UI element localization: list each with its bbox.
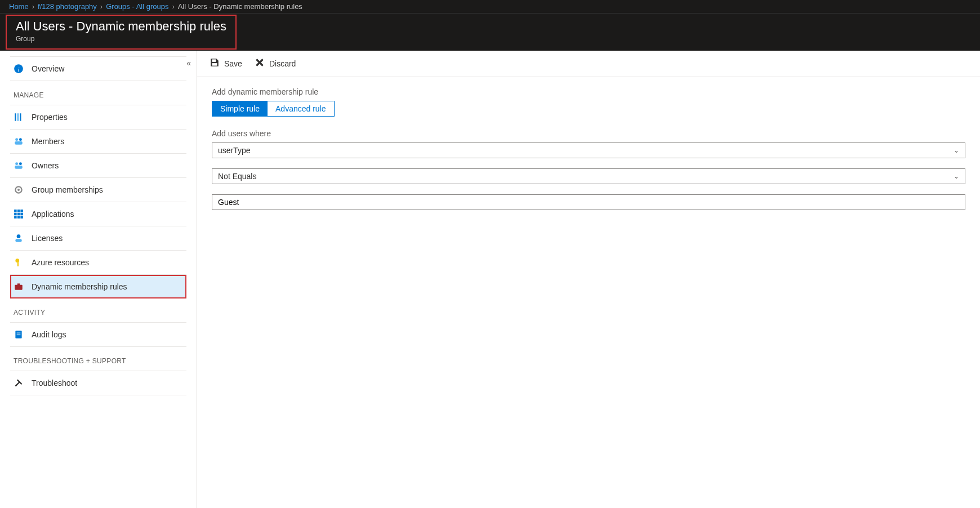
operator-value: Not Equals	[218, 172, 256, 181]
members-icon	[14, 136, 24, 146]
page-title-block: All Users - Dynamic membership rules Gro…	[6, 15, 237, 50]
page-subtitle: Group	[16, 35, 226, 43]
key-icon	[14, 257, 24, 268]
svg-rect-16	[14, 213, 17, 216]
tab-advanced-rule[interactable]: Advanced rule	[268, 101, 334, 116]
svg-rect-14	[17, 210, 20, 212]
svg-rect-19	[14, 216, 17, 219]
wrench-icon	[14, 378, 24, 388]
owners-icon	[14, 161, 24, 171]
svg-point-5	[15, 138, 18, 141]
svg-point-9	[19, 162, 22, 165]
briefcase-icon	[14, 282, 24, 292]
toolbar: Save Discard	[197, 51, 980, 77]
nav-dynamic-rules[interactable]: Dynamic membership rules	[10, 275, 186, 298]
svg-rect-2	[15, 113, 16, 121]
where-label: Add users where	[212, 129, 965, 138]
nav-group-memberships[interactable]: Group memberships	[10, 178, 186, 202]
nav-owners[interactable]: Owners	[10, 154, 186, 178]
svg-point-22	[17, 234, 21, 238]
operator-dropdown[interactable]: Not Equals ⌄	[212, 168, 965, 184]
nav-overview[interactable]: i Overview	[10, 56, 186, 81]
svg-rect-10	[15, 166, 23, 169]
section-manage: MANAGE	[10, 81, 186, 105]
nav-label: Group memberships	[32, 185, 103, 194]
log-icon	[14, 329, 24, 340]
svg-rect-27	[17, 283, 20, 285]
discard-button[interactable]: Discard	[255, 57, 296, 70]
close-icon	[255, 57, 265, 70]
svg-rect-17	[17, 213, 20, 216]
svg-rect-26	[15, 285, 23, 290]
sidebar: « i Overview MANAGE Properties Members	[0, 51, 197, 508]
section-activity: ACTIVITY	[10, 298, 186, 322]
nav-label: Applications	[32, 210, 74, 219]
svg-point-6	[19, 138, 22, 141]
nav-label: Azure resources	[32, 258, 89, 267]
chevron-right-icon: ›	[172, 2, 174, 11]
breadcrumb-org[interactable]: f/128 photography	[38, 2, 97, 11]
svg-rect-18	[20, 213, 23, 216]
svg-rect-21	[20, 216, 23, 219]
svg-rect-25	[17, 262, 19, 266]
svg-rect-23	[15, 239, 21, 242]
page-title: All Users - Dynamic membership rules	[16, 19, 226, 34]
nav-label: Dynamic membership rules	[32, 282, 127, 291]
nav-label: Properties	[32, 113, 68, 122]
breadcrumb-current: All Users - Dynamic membership rules	[178, 2, 302, 11]
chevron-down-icon: ⌄	[954, 172, 959, 180]
nav-azure-resources[interactable]: Azure resources	[10, 251, 186, 275]
chevron-down-icon: ⌄	[954, 146, 959, 154]
breadcrumb-groups[interactable]: Groups - All groups	[106, 2, 168, 11]
svg-point-8	[15, 162, 18, 165]
nav-properties[interactable]: Properties	[10, 105, 186, 130]
svg-point-12	[17, 189, 20, 191]
info-icon: i	[14, 64, 24, 74]
nav-members[interactable]: Members	[10, 130, 186, 154]
main-content: Save Discard Add dynamic membership rule…	[197, 51, 980, 508]
svg-rect-20	[17, 216, 20, 219]
svg-text:i: i	[17, 66, 19, 73]
save-icon	[210, 57, 220, 70]
svg-rect-13	[14, 210, 17, 212]
svg-rect-3	[17, 113, 19, 121]
nav-label: Audit logs	[32, 330, 66, 339]
properties-icon	[14, 112, 24, 122]
nav-applications[interactable]: Applications	[10, 202, 186, 226]
svg-rect-7	[15, 141, 23, 145]
svg-rect-30	[17, 335, 21, 335]
value-input[interactable]	[212, 194, 965, 210]
grid-icon	[14, 209, 24, 219]
nav-label: Troubleshoot	[32, 378, 77, 387]
svg-rect-29	[17, 333, 21, 333]
svg-rect-15	[20, 210, 23, 212]
tab-simple-rule[interactable]: Simple rule	[212, 101, 268, 116]
breadcrumb-home[interactable]: Home	[9, 2, 29, 11]
nav-troubleshoot[interactable]: Troubleshoot	[10, 371, 186, 395]
nav-audit-logs[interactable]: Audit logs	[10, 322, 186, 347]
gear-icon	[14, 185, 24, 195]
rule-type-tabs: Simple rule Advanced rule	[212, 101, 335, 117]
section-troubleshoot: TROUBLESHOOTING + SUPPORT	[10, 347, 186, 371]
chevron-right-icon: ›	[100, 2, 103, 11]
discard-label: Discard	[269, 59, 296, 68]
header-bar: Home › f/128 photography › Groups - All …	[0, 0, 980, 51]
nav-licenses[interactable]: Licenses	[10, 226, 186, 251]
nav-label: Overview	[32, 64, 64, 73]
rule-section-label: Add dynamic membership rule	[212, 87, 965, 96]
nav-label: Licenses	[32, 234, 63, 243]
property-value: userType	[218, 146, 251, 155]
save-button[interactable]: Save	[210, 57, 242, 70]
svg-rect-31	[212, 59, 216, 62]
nav-label: Owners	[32, 161, 59, 170]
person-icon	[14, 233, 24, 243]
property-dropdown[interactable]: userType ⌄	[212, 142, 965, 158]
chevron-right-icon: ›	[32, 2, 34, 11]
nav-label: Members	[32, 137, 64, 146]
collapse-sidebar-button[interactable]: «	[186, 59, 191, 68]
save-label: Save	[224, 59, 242, 68]
svg-rect-4	[20, 113, 21, 121]
svg-rect-32	[212, 63, 217, 66]
breadcrumb: Home › f/128 photography › Groups - All …	[0, 0, 980, 14]
